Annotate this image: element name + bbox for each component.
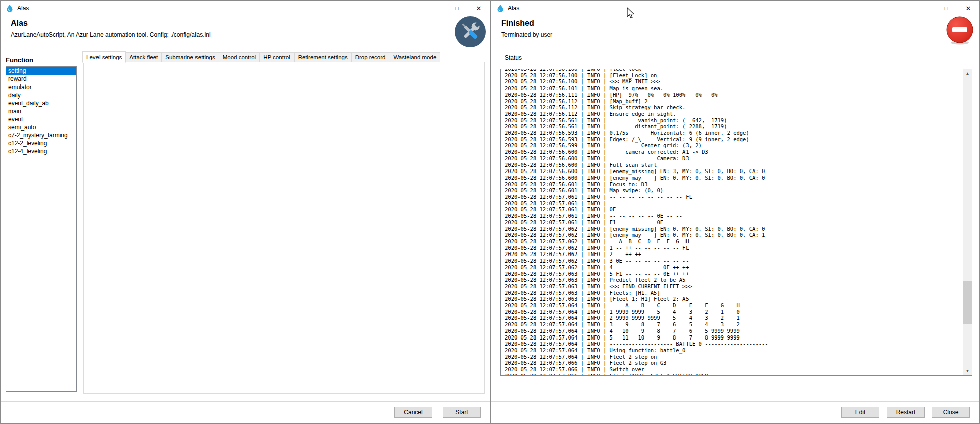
function-item-c12-2-leveling[interactable]: c12-2_leveling [6,139,76,147]
tab-retirement-settings[interactable]: Retirement settings [294,52,352,62]
window-controls: — □ ✕ [913,1,979,16]
minimize-button[interactable]: — [913,1,935,16]
function-item-c12-4-leveling[interactable]: c12-4_leveling [6,147,76,155]
tab-level-settings[interactable]: Level settings [82,51,126,63]
titlebar[interactable]: Alas — □ ✕ [491,1,979,16]
maximize-button[interactable]: □ [446,1,468,16]
function-item-c7-2-mystery-farming[interactable]: c7-2_mystery_farming [6,131,76,139]
scroll-down-icon[interactable]: ▼ [963,367,972,375]
log-output-box[interactable]: 2020-05-28 12:07:56.100 | INFO | fleet_l… [500,69,972,376]
level-settings-panel [83,62,485,394]
tools-badge-icon [454,16,486,48]
tab-mood-control[interactable]: Mood control [219,52,260,62]
function-item-semi-auto[interactable]: semi_auto [6,123,76,131]
start-button[interactable]: Start [443,407,481,418]
minimize-button[interactable]: — [424,1,446,16]
titlebar[interactable]: Alas — □ ✕ [1,1,490,16]
status-label: Status [505,54,522,61]
function-item-reward[interactable]: reward [6,75,76,83]
window-controls: — □ ✕ [424,1,490,16]
log-text: 2020-05-28 12:07:56.100 | INFO | fleet_l… [505,69,768,376]
function-listbox[interactable]: setting reward emulator daily event_dail… [6,66,77,392]
scrollbar-thumb[interactable] [963,281,972,324]
stop-sign-icon [945,16,977,48]
mouse-cursor [626,7,635,21]
footer-divider [1,401,490,402]
status-subtitle: Terminated by user [501,31,552,38]
maximize-button[interactable]: □ [935,1,957,16]
window-title: Alas [17,5,29,12]
function-item-event-daily-ab[interactable]: event_daily_ab [6,99,76,107]
close-button[interactable]: ✕ [468,1,490,16]
settings-tabbar: Level settings Attack fleet Submarine se… [82,51,440,62]
screen: Alas — □ ✕ Alas AzurLaneAutoScript, An A… [0,0,980,424]
alas-drop-icon [6,4,14,12]
alas-log-window: Alas — □ ✕ Finished Terminated by user [491,0,980,424]
tab-wasteland-mode[interactable]: Wasteland mode [389,52,440,62]
close-window-button[interactable]: Close [932,407,970,418]
edit-button[interactable]: Edit [841,407,879,418]
tab-drop-record[interactable]: Drop record [351,52,390,62]
window-title: Alas [508,5,519,12]
function-item-daily[interactable]: daily [6,91,76,99]
close-button[interactable]: ✕ [957,1,979,16]
function-item-event[interactable]: event [6,115,76,123]
tab-attack-fleet[interactable]: Attack fleet [125,52,162,62]
log-scrollbar[interactable]: ▲ ▼ [963,69,972,375]
function-item-setting[interactable]: setting [6,67,76,75]
footer-divider [491,401,979,402]
page-subtitle: AzurLaneAutoScript, An Azur Lane automat… [11,31,211,38]
function-item-emulator[interactable]: emulator [6,83,76,91]
scroll-up-icon[interactable]: ▲ [963,69,972,78]
alas-drop-icon [496,4,504,12]
tab-submarine-settings[interactable]: Submarine settings [161,52,219,62]
tab-hp-control[interactable]: HP control [259,52,294,62]
function-item-main[interactable]: main [6,107,76,115]
status-title: Finished [501,19,534,28]
restart-button[interactable]: Restart [887,407,925,418]
function-panel-label: Function [6,56,33,64]
alas-config-window: Alas — □ ✕ Alas AzurLaneAutoScript, An A… [0,0,491,424]
cancel-button[interactable]: Cancel [394,407,432,418]
page-title: Alas [11,19,28,28]
